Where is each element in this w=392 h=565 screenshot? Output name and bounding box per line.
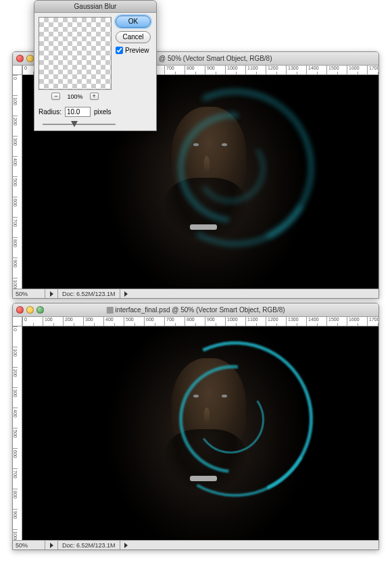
minimize-icon[interactable]: [26, 306, 34, 314]
close-icon[interactable]: [16, 306, 24, 314]
status-menu-icon[interactable]: [122, 541, 130, 549]
gaussian-blur-dialog: Gaussian Blur − 100% + Radius: pixels OK…: [34, 0, 157, 131]
titlebar[interactable]: interface_final.psd @ 50% (Vector Smart …: [13, 303, 378, 317]
status-bar: 50% Doc: 6.52M/123.1M: [13, 540, 378, 549]
status-bar: 50% Doc: 6.52M/123.1M: [13, 289, 378, 298]
ruler-origin[interactable]: [13, 317, 22, 326]
zoom-level[interactable]: 50%: [13, 289, 45, 298]
canvas[interactable]: [22, 326, 378, 540]
minimize-icon[interactable]: [26, 55, 34, 62]
status-disclosure-icon[interactable]: [47, 290, 55, 298]
vertical-ruler[interactable]: 01002003004005006007008009001000: [13, 326, 22, 540]
cancel-button[interactable]: Cancel: [116, 31, 151, 43]
zoom-level[interactable]: 50%: [13, 541, 45, 549]
preview-checkbox[interactable]: [116, 47, 123, 54]
dialog-title[interactable]: Gaussian Blur: [34, 1, 156, 13]
doc-size-info[interactable]: Doc: 6.52M/123.1M: [57, 541, 120, 549]
radius-label: Radius:: [39, 108, 62, 116]
preview-zoom-label: 100%: [67, 93, 82, 100]
preview-checkbox-row[interactable]: Preview: [116, 47, 152, 54]
radius-unit-label: pixels: [94, 108, 112, 116]
ruler-origin[interactable]: [13, 66, 22, 75]
status-disclosure-icon[interactable]: [47, 541, 55, 549]
zoom-in-button[interactable]: +: [90, 93, 99, 100]
close-icon[interactable]: [16, 55, 24, 62]
radius-slider[interactable]: [43, 121, 116, 128]
preview-checkbox-label: Preview: [125, 47, 149, 54]
horizontal-ruler[interactable]: 0100200300400500600700800900100011001200…: [22, 317, 378, 326]
radius-input[interactable]: [65, 107, 91, 117]
zoom-icon[interactable]: [36, 306, 44, 314]
status-menu-icon[interactable]: [122, 290, 130, 298]
doc-size-info[interactable]: Doc: 6.52M/123.1M: [57, 289, 120, 298]
document-window-2: interface_final.psd @ 50% (Vector Smart …: [12, 303, 379, 550]
window-title: interface_final.psd @ 50% (Vector Smart …: [106, 306, 285, 314]
ok-button[interactable]: OK: [116, 16, 151, 28]
filter-preview[interactable]: [39, 17, 112, 90]
slider-thumb-icon[interactable]: [71, 121, 78, 127]
document-proxy-icon: [106, 307, 113, 314]
zoom-out-button[interactable]: −: [51, 93, 60, 100]
vertical-ruler[interactable]: 01002003004005006007008009001000: [13, 75, 22, 289]
